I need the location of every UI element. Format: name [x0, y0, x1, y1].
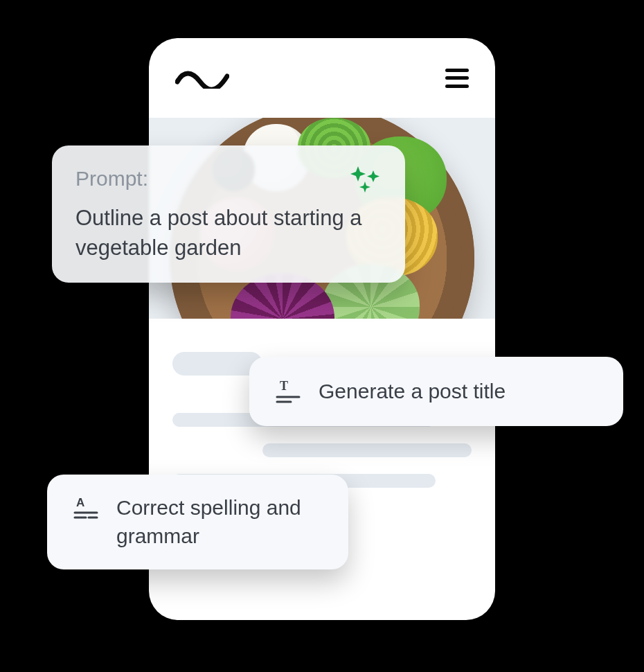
hamburger-icon[interactable]: [445, 69, 469, 88]
generate-title-suggestion[interactable]: T Generate a post title: [249, 357, 623, 426]
prompt-label: Prompt:: [75, 165, 148, 193]
sparkle-icon: [348, 165, 382, 194]
wave-logo: [175, 68, 229, 89]
app-header: [149, 38, 495, 118]
svg-text:T: T: [280, 379, 288, 393]
prompt-text: Outline a post about starting a vegetabl…: [75, 204, 382, 263]
text-placeholder: [262, 443, 472, 457]
prompt-card[interactable]: Prompt: Outline a post about starting a …: [52, 145, 405, 283]
suggestion-label: Correct spelling and grammar: [116, 494, 325, 550]
title-icon: T: [273, 376, 303, 407]
svg-text:A: A: [76, 496, 84, 509]
suggestion-label: Generate a post title: [319, 378, 506, 406]
spellcheck-icon: A: [71, 494, 101, 524]
spellcheck-suggestion[interactable]: A Correct spelling and grammar: [47, 475, 348, 569]
canvas: Prompt: Outline a post about starting a …: [0, 0, 644, 672]
